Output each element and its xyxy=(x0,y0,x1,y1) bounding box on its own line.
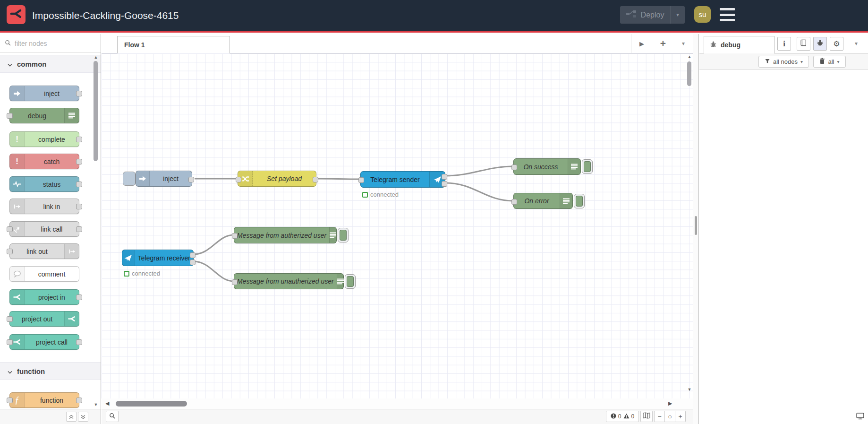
palette-scrollbar[interactable]: ▲ ▼ xyxy=(92,54,100,408)
zoom-reset-button[interactable]: ○ xyxy=(664,411,675,422)
expand-categories-button[interactable] xyxy=(78,412,88,422)
input-port[interactable] xyxy=(232,233,238,239)
tab-debug[interactable]: debug xyxy=(704,36,774,53)
output-port-2[interactable] xyxy=(190,260,196,265)
node-msg-authorized[interactable]: Message from autherized user xyxy=(234,227,337,243)
tab-scroll-right-icon[interactable]: ▶ xyxy=(639,40,644,47)
scroll-right-icon[interactable]: ▶ xyxy=(668,400,672,407)
deploy-button[interactable]: Deploy ▾ xyxy=(620,6,685,24)
node-telegram-receiver[interactable]: Telegram receiver xyxy=(122,250,194,266)
config-tab-button[interactable]: ⚙ xyxy=(830,37,843,51)
flow-issues-indicator[interactable]: 0 0 xyxy=(606,411,639,422)
debug-toggle-button[interactable] xyxy=(574,194,585,208)
canvas-search-button[interactable] xyxy=(106,411,119,422)
palette-node-function[interactable]: ƒ function xyxy=(9,392,79,408)
node-on-success[interactable]: On success xyxy=(513,158,581,175)
add-flow-icon[interactable]: + xyxy=(660,38,666,49)
palette-node-status[interactable]: status xyxy=(9,176,79,192)
user-avatar[interactable]: su xyxy=(694,6,711,23)
node-label: On success xyxy=(514,159,568,174)
scroll-up-icon[interactable]: ▲ xyxy=(92,54,100,61)
node-on-error[interactable]: On error xyxy=(513,193,573,209)
scroll-down-icon[interactable]: ▼ xyxy=(686,386,693,393)
node-set-payload[interactable]: Set payload xyxy=(238,171,316,187)
debug-clear-button[interactable]: all ▾ xyxy=(813,56,846,68)
separator-grip[interactable] xyxy=(695,216,697,235)
node-red-app: Impossible-Cackling-Goose-4615 Deploy ▾ … xyxy=(0,0,868,424)
app-logo[interactable] xyxy=(7,5,26,24)
navigator-button[interactable] xyxy=(640,411,653,422)
zoom-out-button[interactable]: − xyxy=(655,411,664,422)
node-telegram-sender[interactable]: Telegram sender xyxy=(360,171,445,188)
palette-node-catch[interactable]: ! catch xyxy=(9,154,79,169)
deploy-button-main[interactable]: Deploy xyxy=(620,6,670,24)
palette-scrollbar-thumb[interactable] xyxy=(94,61,98,161)
bug-icon xyxy=(817,39,824,48)
collapse-categories-button[interactable] xyxy=(66,412,77,422)
sidebar-separator[interactable] xyxy=(693,34,699,424)
input-port[interactable] xyxy=(511,199,517,205)
output-port-2[interactable] xyxy=(442,181,447,187)
node-msg-unauthorized[interactable]: Message from unautherized user xyxy=(234,273,344,289)
palette-node-project-in[interactable]: project in xyxy=(9,289,79,305)
tab-flow-1[interactable]: Flow 1 xyxy=(117,36,230,53)
input-port[interactable] xyxy=(358,177,364,183)
palette-node-link-call[interactable]: link call xyxy=(9,221,79,237)
palette-category-function[interactable]: function xyxy=(0,362,101,380)
debug-toggle-button[interactable] xyxy=(582,159,593,174)
output-port[interactable] xyxy=(188,177,194,182)
palette-search xyxy=(0,34,101,53)
scroll-left-icon[interactable]: ◀ xyxy=(105,400,109,407)
palette-node-project-call[interactable]: project call xyxy=(9,334,79,350)
palette-node-link-out[interactable]: link out xyxy=(9,243,79,259)
debug-lines-icon xyxy=(337,274,344,289)
palette-category-label: function xyxy=(17,367,45,375)
palette-node-comment[interactable]: comment xyxy=(9,266,79,282)
debug-toggle-button[interactable] xyxy=(338,228,349,242)
scroll-up-icon[interactable]: ▲ xyxy=(686,53,693,60)
node-port xyxy=(76,137,82,142)
canvas-horizontal-scrollbar[interactable]: ◀ ▶ xyxy=(102,398,693,409)
tabbar-buttons: ▶ + ▾ xyxy=(631,34,693,53)
page-title: Impossible-Cackling-Goose-4615 xyxy=(32,0,179,31)
inject-trigger-button[interactable] xyxy=(123,172,136,186)
palette-node-debug[interactable]: debug xyxy=(9,108,79,123)
debug-toggle-state xyxy=(576,196,583,207)
scroll-down-icon[interactable]: ▼ xyxy=(92,401,100,408)
workspace-footer: 0 0 − ○ + xyxy=(102,409,693,424)
palette-filter-input[interactable] xyxy=(14,39,82,48)
info-tab-button[interactable]: i xyxy=(777,37,791,51)
input-port[interactable] xyxy=(511,164,517,170)
node-inject[interactable]: inject xyxy=(136,171,192,187)
palette-node-complete[interactable]: ! complete xyxy=(9,131,79,147)
debug-toggle-button[interactable] xyxy=(345,274,356,289)
output-port-1[interactable] xyxy=(190,252,196,258)
input-port[interactable] xyxy=(232,279,238,285)
sidebar-menu-chevron-icon[interactable]: ▾ xyxy=(855,40,858,47)
palette-node-inject[interactable]: inject xyxy=(9,86,79,101)
palette-category-common[interactable]: common xyxy=(0,55,101,73)
palette-node-label: link out xyxy=(10,244,64,259)
debug-tab-button[interactable] xyxy=(813,37,827,51)
deploy-options-button[interactable]: ▾ xyxy=(670,6,685,24)
help-tab-button[interactable] xyxy=(797,37,810,51)
debug-filter-button[interactable]: all nodes ▾ xyxy=(758,56,809,68)
canvas-vscrollbar-thumb[interactable] xyxy=(687,61,691,86)
workspace-tabbar: Flow 1 ▶ + ▾ xyxy=(102,34,693,53)
flow-canvas[interactable]: inject Set payload Telegram sender conne… xyxy=(102,53,693,398)
main-menu-button[interactable] xyxy=(720,8,735,21)
palette-node-project-out[interactable]: project out xyxy=(9,311,79,327)
node-label: Telegram sender xyxy=(361,172,429,187)
inject-arrow-icon xyxy=(10,86,25,101)
palette-node-link-in[interactable]: link in xyxy=(9,199,79,214)
open-debug-window-button[interactable] xyxy=(856,413,864,422)
zoom-in-button[interactable]: + xyxy=(675,411,685,422)
flow-list-chevron-icon[interactable]: ▾ xyxy=(682,40,685,47)
palette-node-label: link in xyxy=(25,199,79,214)
input-port[interactable] xyxy=(236,177,241,182)
output-port[interactable] xyxy=(313,177,318,182)
canvas-hscrollbar-thumb[interactable] xyxy=(116,401,187,407)
palette-node-label: link call xyxy=(25,222,79,236)
canvas-vertical-scrollbar[interactable]: ▲ ▼ xyxy=(686,53,693,398)
output-port-1[interactable] xyxy=(442,174,447,180)
